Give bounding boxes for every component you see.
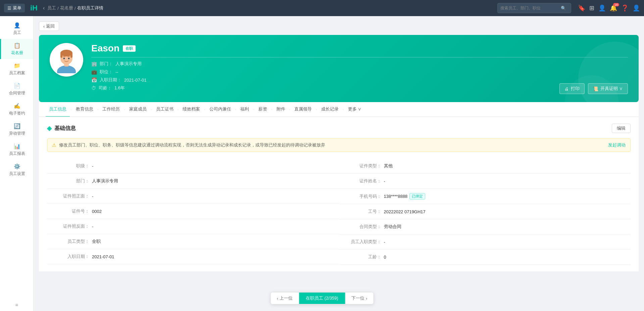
sidebar-item-settings[interactable]: ⚙️ 员工设置	[0, 160, 33, 180]
svg-point-0	[57, 65, 76, 73]
tab-salary[interactable]: 薪资	[255, 102, 270, 117]
sidebar-item-esign[interactable]: ✍️ 电子签约	[0, 99, 33, 120]
prev-label: 上一位	[280, 295, 293, 301]
field-onboard-type-label: 员工入职类型：	[344, 239, 381, 245]
dept-label: 部门：	[100, 61, 113, 67]
field-work-years-value: 0	[384, 255, 386, 260]
search-icon: 🔍	[561, 6, 566, 11]
field-id-name: 证件姓名： -	[339, 174, 631, 189]
bookmark-icon-btn[interactable]: 🔖	[578, 4, 585, 12]
pagination-current: 在职员工 (2/359)	[299, 293, 345, 304]
tenure-value: 1.6年	[114, 85, 125, 91]
field-emp-no-value: 20222022 0719GH17	[384, 209, 426, 214]
top-navigation: ☰ 菜单 iH ‹ 员工 / 花名册 / 在职员工详情 🔍 🔖 ⊞ 👤 🔔 18…	[0, 0, 644, 16]
certificate-icon: 📜	[593, 86, 598, 91]
settings-icon: ⚙️	[14, 163, 20, 170]
breadcrumb-roster: 花名册	[60, 5, 73, 11]
field-emp-no-label: 工号：	[344, 209, 381, 215]
sidebar-collapse-button[interactable]: ≡	[15, 302, 18, 308]
svg-point-7	[68, 58, 70, 59]
notification-icon-btn[interactable]: 🔔 18	[610, 4, 617, 12]
tab-performance[interactable]: 绩效档案	[179, 102, 203, 117]
print-icon: 🖨	[564, 86, 569, 91]
field-rank: 职级： -	[47, 159, 339, 174]
main-layout: 👤 员工 📋 花名册 📁 员工档案 📄 合同管理 ✍️ 电子签约 🔄 异动管理 …	[0, 16, 644, 311]
search-bar[interactable]: 🔍	[497, 3, 571, 13]
dept-value: 人事演示专用	[115, 61, 142, 67]
notice-bar: ⚠ 修改员工部门、职位、职务、职级等信息建议通过调动流程实现，否则无法生成异动记…	[47, 138, 631, 152]
grid-icon-btn[interactable]: ⊞	[589, 4, 594, 12]
sidebar-label-exception: 异动管理	[9, 131, 25, 136]
account-icon-btn[interactable]: 👤	[633, 4, 640, 12]
field-id-number-label: 证件号：	[52, 208, 89, 214]
section-title-text: 基础信息	[54, 125, 76, 132]
sidebar-label-report: 员工报表	[9, 151, 25, 157]
sidebar-item-exception[interactable]: 🔄 异动管理	[0, 120, 33, 140]
nav-back-button[interactable]: ‹	[43, 5, 45, 11]
field-dept-value: 人事演示专用	[92, 178, 118, 184]
field-id-back-label: 证件照反面：	[52, 223, 89, 229]
edit-button[interactable]: 编辑	[612, 124, 631, 133]
tab-concurrent[interactable]: 公司内兼任	[206, 102, 235, 117]
menu-label: 菜单	[13, 5, 21, 11]
user-icon-btn[interactable]: 👤	[598, 4, 606, 12]
section-title: ◈ 基础信息	[47, 125, 76, 132]
profile-position-row: 💼 职位： --	[91, 69, 628, 75]
sidebar-item-report[interactable]: 📊 员工报表	[0, 140, 33, 160]
return-button[interactable]: ‹ 返回	[39, 21, 59, 31]
field-id-photo-front: 证件照正面： -	[47, 189, 339, 204]
field-emp-no: 工号： 20222022 0719GH17	[339, 204, 631, 219]
profile-hiredate-row: 📅 入职日期： 2021-07-01	[91, 77, 628, 83]
next-employee-button[interactable]: 下一位 ›	[345, 293, 373, 304]
field-rank-value: -	[92, 164, 93, 169]
field-id-name-value: -	[384, 179, 385, 184]
profile-card: Eason 在职 🏢 部门： 人事演示专用 💼 职位：	[39, 35, 639, 102]
return-label: 返回	[46, 23, 55, 29]
field-phone: 手机号码： 138****8888 已绑定	[339, 189, 631, 204]
field-contract-type-value: 劳动合同	[384, 224, 401, 230]
hiredate-value: 2021-07-01	[124, 78, 147, 83]
prev-icon: ‹	[277, 296, 278, 301]
main-content: ‹ 返回	[34, 16, 644, 311]
sidebar-item-contract[interactable]: 📄 合同管理	[0, 79, 33, 99]
notice-link[interactable]: 发起调动	[608, 142, 626, 148]
field-id-front-label: 证件照正面：	[52, 193, 89, 199]
tab-more[interactable]: 更多 ∨	[345, 102, 365, 117]
field-id-type-label: 证件类型：	[344, 163, 381, 169]
help-icon-btn[interactable]: ❓	[621, 4, 629, 12]
position-value: --	[115, 70, 118, 75]
dept-icon: 🏢	[91, 61, 97, 66]
field-employee-type: 员工类型： 全职	[47, 234, 339, 249]
section-title-icon: ◈	[47, 125, 52, 132]
tab-family[interactable]: 家庭成员	[126, 102, 150, 117]
prev-employee-button[interactable]: ‹ 上一位	[271, 293, 299, 304]
tab-growth[interactable]: 成长记录	[318, 102, 342, 117]
field-emp-type-value: 全职	[92, 238, 101, 245]
profile-meta: 🏢 部门： 人事演示专用 💼 职位： -- 📅 入	[91, 61, 628, 91]
sidebar-item-employee[interactable]: 👤 员工	[0, 19, 33, 39]
position-icon: 💼	[91, 69, 97, 75]
roster-icon: 📋	[14, 42, 20, 49]
field-phone-value: 138****8888 已绑定	[384, 193, 426, 199]
notification-badge: 18	[613, 3, 619, 6]
esign-icon: ✍️	[14, 103, 20, 109]
field-id-number-value: 0002	[92, 209, 102, 214]
certificate-button[interactable]: 📜 开具证明 ∨	[588, 83, 628, 94]
tab-leader[interactable]: 直属领导	[291, 102, 315, 117]
tab-employee-info[interactable]: 员工信息	[46, 102, 70, 117]
tab-certificate[interactable]: 员工证书	[153, 102, 177, 117]
field-emp-type-label: 员工类型：	[52, 238, 89, 245]
profile-tenure-row: ⏱ 司龄： 1.6年	[91, 85, 628, 91]
tab-welfare[interactable]: 福利	[237, 102, 252, 117]
search-input[interactable]	[500, 6, 561, 10]
tenure-icon: ⏱	[91, 85, 96, 91]
sidebar-item-roster[interactable]: 📋 花名册	[0, 39, 33, 59]
sidebar-item-archive[interactable]: 📁 员工档案	[0, 59, 33, 79]
menu-button[interactable]: ☰ 菜单	[4, 4, 25, 12]
tab-work-history[interactable]: 工作经历	[99, 102, 123, 117]
sidebar-label-esign: 电子签约	[9, 110, 25, 116]
detail-card: 员工信息 · 教育信息 · 工作经历 · 家庭成员 · 员工证书 · 绩效档案 …	[39, 102, 639, 271]
print-button[interactable]: 🖨 打印	[559, 83, 585, 94]
tab-education[interactable]: 教育信息	[72, 102, 97, 117]
tab-attachment[interactable]: 附件	[273, 102, 289, 117]
